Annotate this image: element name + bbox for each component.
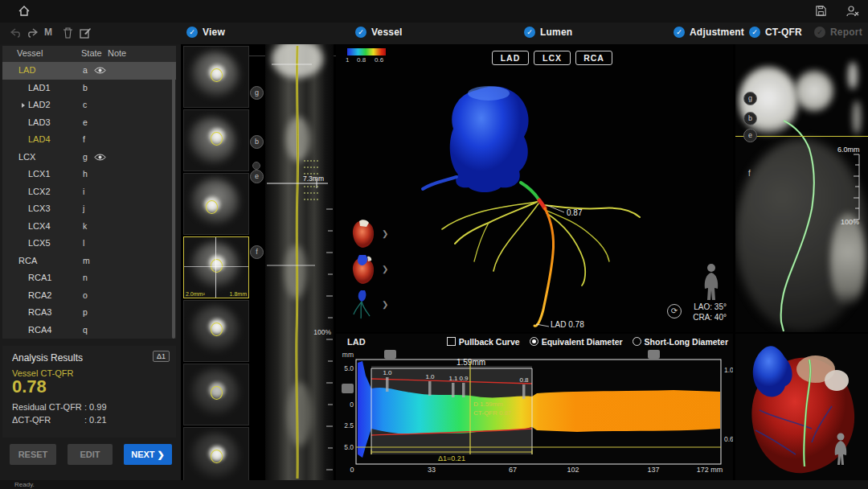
vessel-row-rca[interactable]: RCAm <box>2 253 176 270</box>
lumen-contour <box>211 323 223 336</box>
cross-section-thumbnail[interactable] <box>183 46 249 108</box>
segment-marker-g[interactable]: g <box>250 86 264 100</box>
chevron-right-icon[interactable]: ❯ <box>382 265 388 273</box>
rotate-view-icon[interactable]: ⟳ <box>667 304 682 318</box>
app-window: M ✓View ✓Vessel ✓Lumen ✓Adjustment ✓CT-Q… <box>0 0 868 489</box>
status-bar: Ready. <box>0 480 868 489</box>
x-tick: 137 <box>647 466 659 474</box>
chevron-right-icon[interactable]: ❯ <box>382 300 388 309</box>
y-tick: 0 <box>350 401 354 409</box>
vessel-row-lcx5[interactable]: LCX5l <box>2 235 176 253</box>
vessel-row-lcx[interactable]: LCXg <box>2 149 176 166</box>
home-icon[interactable] <box>18 5 31 18</box>
check-icon: ✓ <box>524 27 535 38</box>
edit-note-icon[interactable] <box>80 27 92 39</box>
save-icon[interactable] <box>815 5 827 17</box>
undo-icon[interactable] <box>10 28 22 39</box>
segment-marker-f[interactable]: f <box>250 245 264 259</box>
segment-dot-icon <box>252 162 260 170</box>
drag-handle[interactable] <box>384 350 396 359</box>
lao-angle: LAO: 35° <box>693 302 727 312</box>
vessel-row-rca2[interactable]: RCA2o <box>2 287 176 305</box>
vessel-result-annotation: LAD 0.78 <box>551 320 584 329</box>
cross-section-thumbnail[interactable] <box>183 364 249 425</box>
eye-icon[interactable] <box>94 153 106 162</box>
vessel-ctqfr-value: 0.78 <box>12 376 47 397</box>
column-vessel: Vessel <box>17 48 43 58</box>
segment-marker-g[interactable]: g <box>743 92 757 105</box>
cross-section-thumbnail[interactable] <box>183 109 249 171</box>
ref-diameter-label: 1.0 <box>425 373 435 380</box>
lumen-contour <box>211 386 223 400</box>
vessel-row-lcx2[interactable]: LCX2i <box>2 183 176 201</box>
body-orientation-figure <box>698 262 725 302</box>
heart-preset-aorta[interactable] <box>347 253 379 286</box>
drag-handle[interactable] <box>342 384 354 393</box>
coronary-3d-view[interactable]: 1 0.8 0.6 LAD LCX RCA <box>336 44 733 332</box>
vessel-row-lad2[interactable]: LAD2c <box>2 97 176 114</box>
reset-button[interactable]: RESET <box>10 444 56 465</box>
vessel-row-lad3[interactable]: LAD3e <box>2 114 176 132</box>
edit-button[interactable]: EDIT <box>68 444 113 465</box>
vessel-row-lad[interactable]: LADa <box>2 62 176 80</box>
vessel-row-rca4[interactable]: RCA4q <box>2 322 176 339</box>
check-icon: ✓ <box>749 27 760 38</box>
redo-icon[interactable] <box>27 28 38 39</box>
column-state: State <box>81 48 102 58</box>
cross-section-list: 2.0mm² 1.8mm <box>183 46 249 480</box>
cross-section-thumbnail-selected[interactable]: 2.0mm² 1.8mm <box>183 236 249 298</box>
vessel-list: LADa LAD1b LAD2c LAD3e LAD4f LCXg LCX1h … <box>2 62 176 339</box>
delta-annotation: Δ1=0.21 <box>438 454 465 462</box>
delta-badge[interactable]: Δ1 <box>153 351 170 362</box>
cpr-view[interactable]: 7.3mm 100% <box>265 44 334 480</box>
segment-marker-e[interactable]: e <box>743 129 757 142</box>
segment-marker-e[interactable]: e <box>250 170 264 183</box>
scale-label: 6.0mm <box>837 146 860 154</box>
next-button[interactable]: NEXT ❯ <box>124 444 172 465</box>
segment-marker-f: f <box>748 169 751 178</box>
heart-preset-anatomy[interactable] <box>347 218 379 250</box>
coronary-tree-render <box>336 44 733 332</box>
drag-handle[interactable] <box>648 350 660 359</box>
vessel-row-lcx3[interactable]: LCX3j <box>2 200 176 218</box>
pullback-chart: 1.59mm 1.0 1.0 1.1 0.9 0.8 D 1.59mm CT-Q… <box>336 334 733 480</box>
user-logout-icon[interactable] <box>845 5 859 18</box>
marker-tool-button[interactable]: M <box>44 27 52 38</box>
cross-section-thumbnail[interactable] <box>183 173 249 235</box>
curved-mpr-view[interactable]: g b e f 6.0mm 100% <box>735 44 868 332</box>
x-tick: 0 <box>350 466 354 474</box>
vessel-list-scrollbar[interactable] <box>172 64 175 339</box>
tab-lumen[interactable]: ✓Lumen <box>524 27 572 38</box>
lumen-contour <box>206 200 218 214</box>
heart-preset-vessels[interactable] <box>347 289 379 321</box>
tab-ct-qfr[interactable]: ✓CT-QFR <box>749 27 802 38</box>
vessel-row-rca3[interactable]: RCA3p <box>2 304 176 322</box>
tab-vessel[interactable]: ✓Vessel <box>355 27 403 38</box>
vessel-row-rca1[interactable]: RCA1n <box>2 269 176 287</box>
tab-adjustment[interactable]: ✓Adjustment <box>674 27 744 38</box>
tab-report[interactable]: ✓Report <box>814 27 862 38</box>
y-right-tick: 1.0 <box>724 366 733 374</box>
trash-icon[interactable] <box>63 27 73 39</box>
x-tick: 102 <box>567 466 579 474</box>
segment-marker-b[interactable]: b <box>250 135 264 149</box>
delta-row: ΔCT-QFR: 0.21 <box>12 415 166 425</box>
vessel-row-lcx4[interactable]: LCX4k <box>2 218 176 236</box>
eye-icon[interactable] <box>94 66 106 75</box>
title-bar <box>0 0 868 23</box>
lesion-annotation-line1: D 1.59mm <box>473 401 503 408</box>
segment-marker-b[interactable]: b <box>743 112 757 125</box>
cross-section-thumbnail[interactable] <box>183 300 249 362</box>
vessel-row-lcx1[interactable]: LCX1h <box>2 166 176 183</box>
heart-3d-view[interactable] <box>735 334 868 480</box>
vessel-row-lad4[interactable]: LAD4f <box>2 131 176 149</box>
y-tick: 2.5 <box>344 421 354 429</box>
check-icon: ✓ <box>355 27 366 38</box>
y-axis-unit: mm <box>342 351 354 359</box>
chevron-right-icon[interactable]: ❯ <box>382 229 388 238</box>
check-icon: ✓ <box>814 27 825 38</box>
workflow-bar: M ✓View ✓Vessel ✓Lumen ✓Adjustment ✓CT-Q… <box>0 23 868 45</box>
status-text: Ready. <box>14 481 35 488</box>
vessel-row-lad1[interactable]: LAD1b <box>2 80 176 97</box>
tab-view[interactable]: ✓View <box>186 27 225 38</box>
